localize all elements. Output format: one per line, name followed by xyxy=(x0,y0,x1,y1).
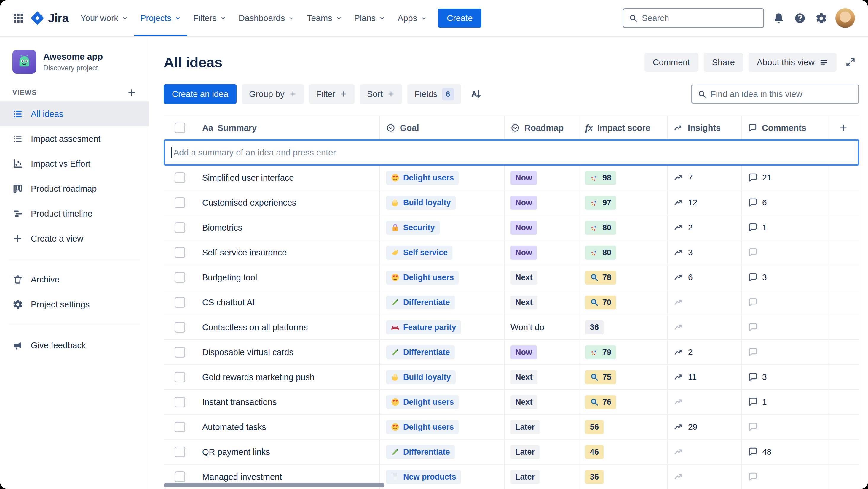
insights-cell[interactable]: 2 xyxy=(667,340,741,364)
user-avatar[interactable] xyxy=(835,8,855,28)
column-header-impact-score[interactable]: fxImpact score xyxy=(579,116,667,140)
comment-button[interactable]: Comment xyxy=(645,53,699,71)
goal-badge[interactable]: Delight users xyxy=(386,420,459,434)
insights-cell[interactable] xyxy=(667,465,741,489)
impact-score-badge[interactable]: 36 xyxy=(585,320,603,335)
insights-cell[interactable]: 11 xyxy=(667,365,741,389)
comments-cell[interactable]: 1 xyxy=(741,390,828,414)
comments-cell[interactable] xyxy=(741,315,828,340)
goal-badge[interactable]: Differentiate xyxy=(386,345,455,359)
app-switcher-button[interactable] xyxy=(9,9,28,28)
column-header-roadmap[interactable]: Roadmap xyxy=(504,116,579,140)
nav-plans[interactable]: Plans xyxy=(348,0,392,36)
table-row[interactable]: Simplified user interface Delight users … xyxy=(164,166,859,191)
select-all-checkbox[interactable] xyxy=(175,122,185,133)
goal-badge[interactable]: Delight users xyxy=(386,270,459,285)
idea-summary[interactable]: Self-service insurance xyxy=(202,248,287,258)
table-row[interactable]: Instant transactions Delight users Next … xyxy=(164,390,859,415)
column-header-summary[interactable]: AaSummary xyxy=(196,116,379,140)
insights-cell[interactable]: 29 xyxy=(667,415,741,439)
sidebar-item-impact-assesment[interactable]: Impact assesment xyxy=(0,126,149,151)
impact-score-badge[interactable]: 98 xyxy=(585,171,616,185)
goal-badge[interactable]: Build loyalty xyxy=(386,370,456,384)
insights-cell[interactable] xyxy=(667,440,741,464)
row-checkbox[interactable] xyxy=(175,222,185,233)
goal-badge[interactable]: Delight users xyxy=(386,395,459,409)
table-row[interactable]: CS chatbot AI Differentiate Next 70 xyxy=(164,290,859,315)
row-checkbox[interactable] xyxy=(175,422,185,432)
goal-badge[interactable]: Delight users xyxy=(386,171,459,185)
roadmap-badge[interactable]: Next xyxy=(510,270,537,285)
roadmap-badge[interactable]: Won’t do xyxy=(510,322,544,332)
insights-cell[interactable] xyxy=(667,315,741,340)
roadmap-badge[interactable]: Next xyxy=(510,395,537,409)
idea-summary[interactable]: Simplified user interface xyxy=(202,173,294,183)
row-checkbox[interactable] xyxy=(175,197,185,208)
impact-score-badge[interactable]: 97 xyxy=(585,196,616,210)
idea-summary[interactable]: Managed investment xyxy=(202,472,282,482)
row-checkbox[interactable] xyxy=(175,372,185,382)
comments-cell[interactable]: 21 xyxy=(741,166,828,190)
nav-projects[interactable]: Projects xyxy=(134,0,187,36)
row-checkbox[interactable] xyxy=(175,272,185,283)
sidebar-item-project-settings[interactable]: Project settings xyxy=(0,292,149,317)
filter-button[interactable]: Filter xyxy=(309,84,354,104)
create-button[interactable]: Create xyxy=(438,9,482,28)
group-by-button[interactable]: Group by xyxy=(242,84,304,104)
idea-summary[interactable]: Biometrics xyxy=(202,223,242,233)
sidebar-item-impact-vs-effort[interactable]: Impact vs Effort xyxy=(0,151,149,176)
idea-summary[interactable]: Disposable virtual cards xyxy=(202,347,293,357)
nav-filters[interactable]: Filters xyxy=(187,0,233,36)
comments-cell[interactable]: 48 xyxy=(741,440,828,464)
idea-summary[interactable]: QR payment links xyxy=(202,447,270,457)
roadmap-badge[interactable]: Now xyxy=(510,246,537,260)
idea-summary[interactable]: Instant transactions xyxy=(202,397,277,407)
fields-button[interactable]: Fields6 xyxy=(407,84,461,104)
impact-score-badge[interactable]: 36 xyxy=(585,470,603,484)
sidebar-item-give-feedback[interactable]: Give feedback xyxy=(0,333,149,358)
row-checkbox[interactable] xyxy=(175,297,185,308)
goal-badge[interactable]: Differentiate xyxy=(386,295,455,310)
insights-cell[interactable]: 6 xyxy=(667,265,741,290)
comments-cell[interactable] xyxy=(741,465,828,489)
add-idea-input[interactable]: Add a summary of an idea and press enter xyxy=(164,140,859,166)
global-search-input[interactable] xyxy=(642,13,758,23)
settings-button[interactable] xyxy=(814,11,828,25)
impact-score-badge[interactable]: 46 xyxy=(585,445,603,459)
column-header-goal[interactable]: Goal xyxy=(379,116,504,140)
insights-cell[interactable] xyxy=(667,290,741,315)
table-row[interactable]: QR payment links Differentiate Later 46 … xyxy=(164,440,859,465)
goal-badge[interactable]: Build loyalty xyxy=(386,196,456,210)
roadmap-badge[interactable]: Next xyxy=(510,295,537,310)
create-idea-button[interactable]: Create an idea xyxy=(164,84,237,104)
impact-score-badge[interactable]: 75 xyxy=(585,370,616,384)
roadmap-badge[interactable]: Now xyxy=(510,345,537,359)
column-header-insights[interactable]: Insights xyxy=(667,116,741,140)
idea-summary[interactable]: Customised experiences xyxy=(202,198,297,208)
table-row[interactable]: Gold rewards marketing push Build loyalt… xyxy=(164,365,859,390)
impact-score-badge[interactable]: 79 xyxy=(585,345,616,359)
row-checkbox[interactable] xyxy=(175,172,185,183)
sidebar-item-product-timeline[interactable]: Product timeline xyxy=(0,201,149,226)
row-checkbox[interactable] xyxy=(175,347,185,357)
comments-cell[interactable] xyxy=(741,340,828,364)
roadmap-badge[interactable]: Now xyxy=(510,196,537,210)
about-this-view-button[interactable]: About this view xyxy=(748,53,837,71)
insights-cell[interactable]: 12 xyxy=(667,191,741,215)
row-checkbox[interactable] xyxy=(175,322,185,333)
impact-score-badge[interactable]: 70 xyxy=(585,295,616,310)
roadmap-badge[interactable]: Later xyxy=(510,445,539,459)
help-button[interactable] xyxy=(793,11,807,25)
nav-teams[interactable]: Teams xyxy=(301,0,348,36)
idea-summary[interactable]: Automated tasks xyxy=(202,422,266,432)
goal-badge[interactable]: Self service xyxy=(386,246,453,260)
impact-score-badge[interactable]: 78 xyxy=(585,270,616,285)
comments-cell[interactable] xyxy=(741,415,828,439)
impact-score-badge[interactable]: 56 xyxy=(585,420,603,434)
goal-badge[interactable]: Feature parity xyxy=(386,320,461,335)
column-header-comments[interactable]: Comments xyxy=(741,116,828,140)
roadmap-badge[interactable]: Later xyxy=(510,420,539,434)
idea-summary[interactable]: Contactless on all platforms xyxy=(202,322,308,332)
roadmap-badge[interactable]: Now xyxy=(510,221,537,235)
fullscreen-button[interactable] xyxy=(842,54,859,71)
